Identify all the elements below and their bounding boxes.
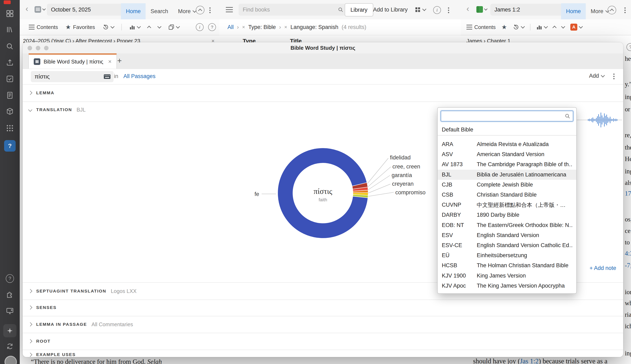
history-button[interactable] xyxy=(102,24,114,30)
version-abbr: ASV xyxy=(442,151,477,158)
bible-version-option[interactable]: EOB: NTThe Eastern/Greek Orthodox Bible:… xyxy=(438,220,576,230)
bible-text-fragment[interactable]: -7; xyxy=(625,262,631,269)
previous-chevron[interactable] xyxy=(147,26,151,30)
bible-version-option[interactable]: EÜEinheitsübersetzung xyxy=(438,250,576,260)
app-window: ? ? ‹ October 5, 2025 Home Search xyxy=(0,0,631,364)
bible-text-fragment: ce. xyxy=(625,227,631,234)
next-chevron[interactable] xyxy=(561,24,565,28)
add-to-library-button[interactable]: Add to Library xyxy=(373,6,408,13)
facet-language[interactable]: Language: Spanish xyxy=(290,24,338,30)
bible-version-option[interactable]: ASVAmerican Standard Version xyxy=(438,149,576,160)
version-abbr: ESV xyxy=(442,232,477,238)
segment-label-compromiso[interactable]: compromiso xyxy=(395,190,426,196)
contents-button[interactable]: Contents xyxy=(29,24,58,30)
back-button[interactable]: ‹ xyxy=(24,4,30,13)
dashboard-icon[interactable] xyxy=(6,10,14,18)
bars-icon xyxy=(536,24,542,30)
screen-share-icon[interactable] xyxy=(6,307,14,315)
bible-version-option[interactable]: AV 1873The Cambridge Paragraph Bible of … xyxy=(438,160,576,170)
parallel-resources-button[interactable] xyxy=(168,24,179,30)
tab-home[interactable]: Home xyxy=(561,3,586,20)
segment-label-cree[interactable]: cree, creen xyxy=(392,164,420,170)
version-abbr: BJL xyxy=(442,172,477,178)
bible-picker-button[interactable] xyxy=(476,6,487,13)
bible-version-option[interactable]: CUVNP中文聖經新標點和合本（上帝版・… xyxy=(438,200,576,210)
atlas-icon[interactable] xyxy=(6,107,14,116)
favorites-button[interactable]: ★Favorites xyxy=(65,24,95,30)
version-abbr: CUVNP xyxy=(442,202,477,208)
panel-menu-button[interactable] xyxy=(35,6,45,13)
remove-type-filter[interactable]: × xyxy=(242,24,245,30)
bible-text-fragment: als xyxy=(625,179,631,186)
help-badge-icon[interactable]: ? xyxy=(4,140,16,152)
back-button[interactable]: ‹ xyxy=(465,4,471,13)
bible-version-option[interactable]: ESV-CEEnglish Standard Version Catholic … xyxy=(438,240,576,250)
help-circle-icon[interactable]: ? xyxy=(6,274,14,283)
bible-version-option[interactable]: KJV 1900King James Version xyxy=(438,270,576,280)
bible-text-fragment[interactable]: 17; xyxy=(625,190,631,197)
bible-version-option[interactable]: BJLBiblia de Jerusalén Latinoamericana xyxy=(438,170,576,180)
info-icon[interactable]: i xyxy=(433,6,441,14)
bible-version-option[interactable]: KJV ApocThe King James Version Apocrypha xyxy=(438,281,576,291)
apps-grid-icon[interactable] xyxy=(6,124,14,132)
text-display-button[interactable]: A xyxy=(570,24,582,30)
bible-version-option[interactable]: ARAAlmeida Revista e Atualizada xyxy=(438,139,576,149)
sparkle-icon[interactable] xyxy=(6,326,14,335)
segment-label-fidelidad[interactable]: fidelidad xyxy=(390,154,411,161)
add-note-button[interactable]: + Add note xyxy=(589,265,616,271)
segment-label-fe[interactable]: fe xyxy=(254,191,259,197)
star-icon: ★ xyxy=(65,24,71,30)
bible-version-option[interactable]: HCSBThe Holman Christian Standard Bible xyxy=(438,260,576,270)
puzzle-icon[interactable] xyxy=(6,291,14,299)
version-name: The Cambridge Paragraph Bible of th… xyxy=(477,161,572,168)
bible-text-fragment[interactable]: 4:3, xyxy=(625,250,631,257)
hamburger-icon[interactable] xyxy=(226,7,233,12)
tasks-icon[interactable] xyxy=(6,75,14,83)
bible-version-option[interactable]: CSBChristian Standard Bible xyxy=(438,190,576,200)
bible-version-option[interactable]: DARBY1890 Darby Bible xyxy=(438,210,576,220)
facet-all[interactable]: All xyxy=(228,24,234,30)
version-name: The Eastern/Greek Orthodox Bible: N… xyxy=(477,222,572,228)
version-name: English Standard Version Catholic Ed… xyxy=(477,242,572,248)
collapse-toolbar-icon[interactable] xyxy=(196,6,204,14)
info-icon[interactable]: i xyxy=(196,23,203,31)
facet-type[interactable]: Type: Bible xyxy=(248,24,276,30)
dropdown-item-default-bible[interactable]: Default Bible xyxy=(438,124,576,135)
history-button[interactable] xyxy=(513,24,524,30)
visual-filter-button[interactable] xyxy=(129,24,140,30)
previous-chevron[interactable] xyxy=(552,26,557,30)
segment-label-creyeran[interactable]: creyeran xyxy=(392,181,413,187)
bible-version-option[interactable]: CJBComplete Jewish Bible xyxy=(438,180,576,190)
sync-icon[interactable] xyxy=(6,342,14,350)
user-avatar[interactable] xyxy=(5,356,17,364)
verse-link[interactable]: Jas 1:2 xyxy=(520,358,539,364)
upload-icon[interactable] xyxy=(6,58,14,66)
facet-separator: › xyxy=(279,24,281,30)
search-icon[interactable] xyxy=(6,42,14,50)
visual-filter-button[interactable] xyxy=(536,24,547,30)
segment-label-garantia[interactable]: garantía xyxy=(392,172,412,178)
favorite-icon[interactable]: ★ xyxy=(501,24,507,30)
reference-field[interactable]: James 1:2 xyxy=(490,4,565,16)
version-search-input[interactable] xyxy=(441,110,573,122)
sparkle-highlight xyxy=(3,324,17,337)
version-name: The King James Version Apocrypha xyxy=(477,283,565,289)
tab-search[interactable]: Search xyxy=(146,3,173,19)
remove-language-filter[interactable]: × xyxy=(284,24,287,30)
version-name: Almeida Revista e Atualizada xyxy=(477,141,549,148)
tab-home[interactable]: Home xyxy=(121,3,146,20)
help-icon[interactable]: ? xyxy=(208,23,216,31)
panel-kebab-menu[interactable] xyxy=(208,6,212,14)
tab-library[interactable]: Library xyxy=(345,3,373,16)
collapse-toolbar-icon[interactable] xyxy=(607,6,616,14)
date-field[interactable]: October 5, 2025 xyxy=(47,4,124,16)
bible-version-option[interactable]: ESVEnglish Standard Version xyxy=(438,230,576,240)
bible-text-fragment: He xyxy=(625,155,631,163)
find-books-input[interactable]: Find books xyxy=(239,4,348,16)
contents-button[interactable]: Contents xyxy=(467,24,496,30)
next-chevron[interactable] xyxy=(157,24,161,28)
document-icon[interactable] xyxy=(6,91,14,100)
view-selector-button[interactable] xyxy=(415,6,426,13)
library-icon[interactable] xyxy=(6,26,14,34)
panel-kebab-menu[interactable] xyxy=(447,6,451,14)
